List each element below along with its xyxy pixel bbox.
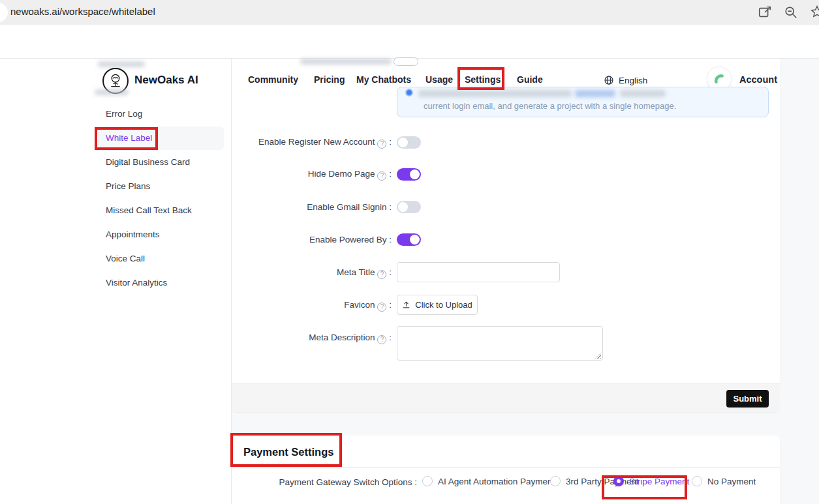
redacted-text bbox=[300, 59, 392, 65]
help-icon[interactable] bbox=[377, 270, 386, 279]
zoom-out-icon[interactable] bbox=[784, 5, 798, 20]
help-icon[interactable] bbox=[377, 140, 386, 149]
toggle-hide-demo-page[interactable] bbox=[397, 168, 421, 181]
radio-icon bbox=[550, 476, 561, 486]
radio-icon bbox=[692, 476, 702, 486]
radio-no-payment[interactable]: No Payment bbox=[692, 476, 756, 486]
sidebar-item-error-log[interactable]: Error Log bbox=[98, 102, 224, 126]
nav-settings[interactable]: Settings bbox=[465, 74, 501, 85]
toggle-enable-register-new-account[interactable] bbox=[397, 136, 421, 149]
sidebar-item-digital-business-card[interactable]: Digital Business Card bbox=[98, 151, 224, 174]
field-label: Meta Description bbox=[232, 333, 392, 344]
field-label: Enable Gmail Signin bbox=[232, 202, 392, 212]
field-label: Favicon bbox=[232, 300, 392, 312]
radio-icon bbox=[613, 476, 624, 486]
payment-settings-card: Payment Settings Payment Gateway Switch … bbox=[232, 436, 780, 504]
upload-icon bbox=[402, 301, 410, 309]
brand-name: NewOaks AI bbox=[134, 74, 198, 87]
nav-usage[interactable]: Usage bbox=[425, 74, 453, 85]
redacted-text bbox=[98, 61, 145, 67]
main-content: Community Pricing My Chatbots Usage Sett… bbox=[232, 59, 819, 504]
payment-gateway-label: Payment Gateway Switch Options bbox=[232, 477, 417, 487]
sidebar-item-missed-call-text-back[interactable]: Missed Call Text Back bbox=[98, 199, 224, 222]
sidebar-item-voice-call[interactable]: Voice Call bbox=[98, 247, 224, 271]
nav-pricing[interactable]: Pricing bbox=[314, 74, 345, 85]
info-box: current login email, and generate a proj… bbox=[397, 87, 769, 117]
bookmarks-bar: ube a Amazon.com eBay TurboTax.com Walma… bbox=[0, 25, 819, 59]
sidebar-item-visitor-analytics[interactable]: Visitor Analytics bbox=[98, 271, 224, 295]
url-bar-pill bbox=[0, 3, 8, 22]
divider bbox=[232, 467, 780, 468]
field-label: Enable Register New Account bbox=[232, 137, 392, 149]
radio-ai-agent-automation-payment[interactable]: AI Agent Automation Payment bbox=[422, 476, 555, 486]
redacted-text bbox=[95, 89, 129, 95]
url-text[interactable]: newoaks.ai/workspace/whitelabel bbox=[10, 6, 155, 17]
info-dot-icon bbox=[406, 89, 412, 96]
nav-community[interactable]: Community bbox=[248, 74, 298, 85]
form-footer: Submit bbox=[232, 383, 780, 412]
nav-guide[interactable]: Guide bbox=[517, 74, 543, 85]
sidebar: NewOaks AI Error Log White Label Digital… bbox=[0, 59, 232, 504]
toggle-enable-gmail-signin[interactable] bbox=[397, 201, 421, 213]
redacted-text bbox=[418, 90, 572, 97]
help-icon[interactable] bbox=[377, 335, 386, 344]
payment-settings-title: Payment Settings bbox=[243, 446, 333, 458]
radio-stripe-payment[interactable]: Stripe Payment bbox=[613, 476, 689, 486]
sidebar-item-appointments[interactable]: Appointments bbox=[98, 223, 224, 246]
help-icon[interactable] bbox=[377, 303, 386, 312]
info-text: current login email, and generate a proj… bbox=[424, 101, 676, 111]
redacted-link bbox=[575, 90, 615, 97]
field-label: Enable Powered By bbox=[232, 235, 392, 245]
meta-title-input[interactable] bbox=[397, 262, 560, 282]
submit-button[interactable]: Submit bbox=[726, 390, 769, 408]
partial-toggle bbox=[394, 57, 418, 66]
language-selector[interactable]: English bbox=[619, 76, 647, 85]
field-label: Meta Title bbox=[232, 267, 392, 279]
help-icon[interactable] bbox=[377, 171, 386, 181]
green-phone-icon bbox=[712, 72, 726, 86]
redacted-text bbox=[620, 90, 666, 97]
radio-icon bbox=[422, 476, 433, 486]
click-to-upload-button[interactable]: Click to Upload bbox=[397, 295, 478, 315]
share-icon[interactable] bbox=[758, 5, 772, 20]
browser-title-bar: newoaks.ai/workspace/whitelabel bbox=[0, 0, 819, 25]
field-label: Hide Demo Page bbox=[232, 169, 392, 181]
sidebar-item-price-plans[interactable]: Price Plans bbox=[98, 175, 224, 198]
white-label-form-card: Community Pricing My Chatbots Usage Sett… bbox=[232, 59, 780, 412]
sidebar-item-white-label[interactable]: White Label bbox=[98, 126, 224, 150]
globe-icon bbox=[604, 75, 614, 85]
nav-my-chatbots[interactable]: My Chatbots bbox=[356, 74, 411, 85]
toggle-enable-powered-by[interactable] bbox=[397, 233, 421, 246]
star-icon[interactable] bbox=[810, 5, 819, 19]
meta-description-textarea[interactable] bbox=[397, 326, 603, 361]
